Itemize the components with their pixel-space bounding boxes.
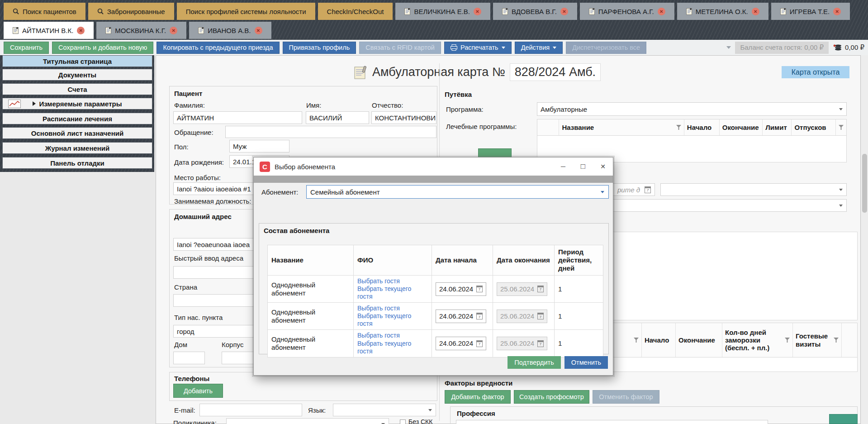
close-icon[interactable] bbox=[255, 27, 262, 34]
dialog-titlebar[interactable]: C Выбор абонемента bbox=[254, 157, 613, 176]
close-icon[interactable] bbox=[833, 8, 841, 15]
toolbar: Сохранить Сохранить и добавить новую Коп… bbox=[0, 40, 868, 55]
close-icon[interactable] bbox=[170, 27, 177, 34]
firstname-field[interactable]: ВАСИЛИЙ bbox=[306, 111, 369, 124]
sidebar-item-change-log[interactable]: Журнал изменений bbox=[2, 142, 152, 154]
tab-patient-moskvina[interactable]: МОСКВИНА К.Г. bbox=[96, 22, 186, 39]
sidebar-item-invoices[interactable]: Счета bbox=[2, 83, 152, 95]
expand-arrow-icon[interactable] bbox=[33, 101, 36, 106]
header-cell-end: Окончание bbox=[675, 323, 722, 357]
profession-field[interactable] bbox=[456, 420, 768, 424]
confirm-button[interactable]: Подтвердить bbox=[508, 356, 560, 369]
select-current-guest-link[interactable]: Выбрать текущего гостя bbox=[357, 340, 428, 355]
select-guest-link[interactable]: Выбрать гостя bbox=[357, 277, 428, 285]
filter-icon[interactable] bbox=[785, 338, 790, 343]
header-period: Период действия, дней bbox=[555, 245, 603, 276]
filter-icon[interactable] bbox=[676, 125, 681, 130]
create-checkup-button[interactable]: Создать профосмотр bbox=[514, 390, 589, 404]
date-value: 24.06.2024 bbox=[439, 312, 473, 320]
tab-booked[interactable]: Забронированные bbox=[88, 3, 174, 20]
middlename-field[interactable]: КОНСТАНТИНОВИ bbox=[371, 111, 436, 124]
lastname-field[interactable]: АЙТМАТИН bbox=[173, 111, 302, 124]
house-label: Дом bbox=[174, 341, 187, 348]
close-icon[interactable] bbox=[752, 8, 759, 15]
window-controls bbox=[553, 157, 613, 176]
close-icon[interactable] bbox=[560, 8, 568, 15]
header-label: Начало bbox=[645, 336, 669, 344]
tab-patient-vdoveva[interactable]: ВДОВЕВА В.Г. bbox=[493, 3, 577, 20]
filter-icon[interactable] bbox=[834, 338, 839, 343]
sidebar-item-title-page[interactable]: Титульная страница bbox=[2, 55, 152, 67]
sidebar-item-debug-panel[interactable]: Панель отладки bbox=[2, 157, 152, 169]
dialog-menu-strip bbox=[254, 176, 613, 183]
close-icon[interactable] bbox=[77, 27, 85, 34]
select-guest-link[interactable]: Выбрать гостя bbox=[357, 305, 428, 312]
no-skk-checkbox[interactable] bbox=[400, 419, 406, 424]
cell-fio: Выбрать гостяВыбрать текущего гостя bbox=[354, 330, 432, 357]
building-field[interactable] bbox=[222, 352, 254, 364]
tab-patient-metelina[interactable]: МЕТЕЛИНА О.К. bbox=[677, 3, 768, 20]
subscription-combobox[interactable]: Семейный абонемент bbox=[306, 185, 609, 199]
maximize-icon[interactable] bbox=[573, 157, 593, 176]
add-phone-button[interactable]: Добавить bbox=[173, 384, 223, 398]
header-fio: ФИО bbox=[354, 245, 432, 276]
close-icon[interactable] bbox=[658, 8, 665, 15]
save-and-add-button[interactable]: Сохранить и добавить новую bbox=[52, 42, 153, 54]
start-date-field[interactable]: 24.06.20247 bbox=[436, 282, 486, 296]
tab-patient-velichkina[interactable]: ВЕЛИЧКИНА Е.В. bbox=[395, 3, 490, 20]
email-field[interactable] bbox=[199, 404, 302, 416]
calendar-icon[interactable]: 7 bbox=[476, 286, 483, 292]
salutation-field[interactable] bbox=[225, 126, 436, 138]
document-icon bbox=[105, 27, 111, 34]
copy-previous-visit-button[interactable]: Копировать с предыдущего приезда bbox=[157, 42, 279, 54]
document-icon bbox=[589, 8, 595, 15]
bottom-right-action-button-partial[interactable] bbox=[829, 414, 858, 424]
sidebar-item-documents[interactable]: Документы bbox=[2, 69, 152, 81]
chevron-down-icon[interactable] bbox=[726, 46, 731, 49]
vertical-scrollbar[interactable] bbox=[861, 55, 868, 424]
voucher-combobox-1[interactable] bbox=[660, 183, 847, 196]
tab-patient-igreva[interactable]: ИГРЕВА Т.Е. bbox=[771, 3, 850, 20]
cell-name: Однодневный абонемент bbox=[268, 330, 354, 357]
scrollbar-thumb[interactable] bbox=[862, 154, 867, 213]
start-date-field[interactable]: 24.06.20247 bbox=[436, 310, 486, 323]
print-button[interactable]: Распечатать bbox=[444, 42, 512, 54]
clinic-combobox[interactable] bbox=[226, 418, 389, 424]
filter-icon[interactable] bbox=[634, 338, 639, 343]
gender-label: Пол: bbox=[174, 143, 189, 151]
card-number-field[interactable]: 828/2024 Амб. bbox=[510, 63, 601, 81]
sidebar-item-label: Журнал изменений bbox=[45, 144, 110, 152]
profession-label: Профессия bbox=[457, 410, 495, 417]
sidebar-item-treatment-schedule[interactable]: Расписание лечения bbox=[2, 113, 152, 124]
calendar-icon[interactable]: 7 bbox=[645, 186, 651, 193]
tab-label: МЕТЕЛИНА О.К. bbox=[696, 8, 748, 15]
filter-icon[interactable] bbox=[839, 125, 844, 130]
close-icon[interactable] bbox=[474, 8, 481, 15]
tab-checkin-checkout[interactable]: CheckIn/CheckOut bbox=[318, 3, 393, 20]
sidebar-item-prescription-sheet[interactable]: Основной лист назначений bbox=[2, 127, 152, 139]
language-combobox[interactable] bbox=[333, 404, 436, 416]
tab-patient-ivanov[interactable]: ИВАНОВ А.В. bbox=[189, 22, 271, 39]
program-combobox[interactable]: Амбулаторные bbox=[537, 102, 847, 116]
save-button[interactable]: Сохранить bbox=[4, 42, 49, 54]
sidebar-item-measured-parameters[interactable]: Измеряемые параметры bbox=[2, 98, 152, 110]
calendar-icon[interactable]: 7 bbox=[476, 313, 483, 319]
cancel-button[interactable]: Отменить bbox=[564, 356, 608, 369]
add-hazard-button[interactable]: Добавить фактор bbox=[445, 390, 511, 404]
card-title-row: Амбулаторная карта № 828/2024 Амб. bbox=[354, 63, 601, 81]
select-current-guest-link[interactable]: Выбрать текущего гостя bbox=[357, 285, 428, 300]
house-field[interactable] bbox=[173, 352, 205, 364]
bind-profile-button[interactable]: Привязать профиль bbox=[283, 42, 356, 54]
tab-patient-search[interactable]: Поиск пациентов bbox=[4, 3, 85, 20]
minimize-icon[interactable] bbox=[553, 157, 573, 176]
select-current-guest-link[interactable]: Выбрать текущего гостя bbox=[357, 312, 428, 328]
tab-patient-parfenova[interactable]: ПАРФЕНОВА А.Г. bbox=[580, 3, 674, 20]
start-date-field[interactable]: 24.06.20247 bbox=[436, 337, 486, 350]
actions-button[interactable]: Действия bbox=[515, 42, 563, 54]
tab-loyalty-profiles[interactable]: Поиск профилей системы лояльности bbox=[177, 3, 315, 20]
calendar-icon[interactable]: 7 bbox=[476, 340, 483, 347]
tab-patient-aytmatin-active[interactable]: АЙТМАТИН В.К. bbox=[4, 22, 94, 39]
close-icon[interactable] bbox=[593, 157, 613, 176]
gender-field[interactable]: Муж bbox=[229, 140, 289, 152]
select-guest-link[interactable]: Выбрать гостя bbox=[357, 332, 428, 339]
